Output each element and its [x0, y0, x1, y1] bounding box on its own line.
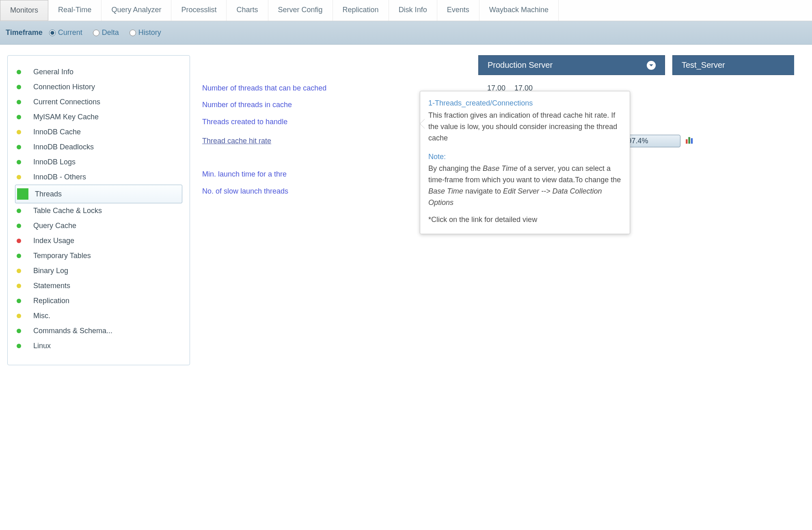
sidebar-item-misc-[interactable]: Misc.: [8, 308, 190, 323]
timeframe-option-label: Delta: [102, 28, 119, 37]
timeframe-bar: Timeframe CurrentDeltaHistory: [0, 21, 812, 45]
tooltip-footer: *Click on the link for detailed view: [428, 214, 622, 226]
server-header-label: Production Server: [488, 60, 553, 70]
metric-help-tooltip: 1-Threads_created/Connections This fract…: [420, 91, 630, 234]
bar-chart-icon[interactable]: [685, 136, 694, 146]
tooltip-body: This fraction gives an indication of thr…: [428, 110, 622, 144]
tooltip-note-label: Note:: [428, 151, 622, 163]
sidebar-item-label: InnoDB - Others: [33, 173, 86, 181]
sidebar-item-label: InnoDB Cache: [33, 128, 81, 136]
status-dot-icon: [17, 130, 21, 134]
tab-query-analyzer[interactable]: Query Analyzer: [102, 0, 171, 21]
tab-charts[interactable]: Charts: [227, 0, 268, 21]
sidebar-item-binary-log[interactable]: Binary Log: [8, 263, 190, 278]
timeframe-label: Timeframe: [6, 28, 43, 37]
sidebar-item-label: Commands & Schema...: [33, 327, 112, 335]
sidebar-item-label: Temporary Tables: [33, 252, 91, 260]
timeframe-option-history[interactable]: History: [130, 28, 161, 37]
sidebar-item-connection-history[interactable]: Connection History: [8, 80, 190, 95]
sidebar-item-query-cache[interactable]: Query Cache: [8, 218, 190, 233]
sidebar-item-label: General Info: [33, 68, 73, 76]
timeframe-option-label: History: [138, 28, 161, 37]
status-dot-icon: [17, 145, 21, 149]
timeframe-radio[interactable]: [93, 30, 99, 36]
server-header-label: Test_Server: [682, 60, 725, 70]
sidebar-item-general-info[interactable]: General Info: [8, 65, 190, 80]
sidebar-item-label: Threads: [35, 190, 62, 198]
sidebar-item-replication[interactable]: Replication: [8, 293, 190, 308]
sidebar-item-label: Replication: [33, 297, 69, 305]
sidebar-item-linux[interactable]: Linux: [8, 338, 190, 353]
status-dot-icon: [17, 329, 21, 333]
status-dot-icon: [17, 160, 21, 164]
tab-processlist[interactable]: Processlist: [171, 0, 227, 21]
svg-rect-11: [691, 138, 693, 144]
sidebar-item-label: InnoDB Logs: [33, 158, 76, 166]
sidebar-item-label: Linux: [33, 342, 51, 350]
server-header-test[interactable]: Test_Server: [672, 55, 794, 75]
status-dot-icon: [17, 254, 21, 258]
tooltip-note-body: By changing the Base Time of a server, y…: [428, 163, 622, 209]
timeframe-option-delta[interactable]: Delta: [93, 28, 119, 37]
sidebar-item-innodb-logs[interactable]: InnoDB Logs: [8, 155, 190, 170]
status-dot-icon: [17, 284, 21, 288]
tab-events[interactable]: Events: [437, 0, 479, 21]
timeframe-option-current[interactable]: Current: [49, 28, 82, 37]
tab-disk-info[interactable]: Disk Info: [389, 0, 437, 21]
status-dot-icon: [17, 239, 21, 243]
sidebar-item-label: MyISAM Key Cache: [33, 113, 99, 121]
status-dot-icon: [17, 100, 21, 104]
sidebar-item-table-cache-locks[interactable]: Table Cache & Locks: [8, 203, 190, 218]
timeframe-option-label: Current: [58, 28, 82, 37]
status-dot-icon: [17, 299, 21, 303]
tab-server-config[interactable]: Server Config: [268, 0, 333, 21]
sidebar-item-temporary-tables[interactable]: Temporary Tables: [8, 248, 190, 263]
sidebar-item-label: InnoDB Deadlocks: [33, 143, 94, 151]
timeframe-radio[interactable]: [130, 30, 136, 36]
main-tabs: MonitorsReal-TimeQuery AnalyzerProcessli…: [0, 0, 812, 21]
tab-wayback-machine[interactable]: Wayback Machine: [479, 0, 559, 21]
sidebar-item-label: Query Cache: [33, 222, 76, 230]
metric-category-sidebar: General InfoConnection HistoryCurrent Co…: [7, 55, 190, 365]
sidebar-item-innodb-cache[interactable]: InnoDB Cache: [8, 125, 190, 140]
sidebar-item-label: Binary Log: [33, 267, 68, 275]
timeframe-radio[interactable]: [49, 30, 56, 36]
status-dot-icon: [17, 209, 21, 213]
sidebar-item-threads[interactable]: Threads: [15, 185, 182, 203]
sidebar-item-innodb-deadlocks[interactable]: InnoDB Deadlocks: [8, 140, 190, 155]
tab-monitors[interactable]: Monitors: [0, 0, 48, 21]
sidebar-item-current-connections[interactable]: Current Connections: [8, 95, 190, 110]
sidebar-item-label: Misc.: [33, 312, 50, 320]
sidebar-item-innodb-others[interactable]: InnoDB - Others: [8, 170, 190, 185]
sidebar-item-myisam-key-cache[interactable]: MyISAM Key Cache: [8, 110, 190, 125]
sidebar-item-index-usage[interactable]: Index Usage: [8, 233, 190, 248]
tab-real-time[interactable]: Real-Time: [48, 0, 102, 21]
tab-replication[interactable]: Replication: [333, 0, 389, 21]
server-header-production[interactable]: Production Server: [478, 55, 665, 75]
svg-rect-9: [686, 139, 688, 144]
status-dot-icon: [17, 70, 21, 74]
sidebar-item-label: Table Cache & Locks: [33, 207, 102, 215]
metric-grid: Production Server Test_Server Number of …: [202, 55, 805, 365]
status-dot-icon: [17, 188, 28, 200]
sidebar-item-label: Statements: [33, 282, 70, 290]
status-dot-icon: [17, 314, 21, 318]
sidebar-item-label: Index Usage: [33, 237, 74, 245]
sidebar-item-commands-schema-[interactable]: Commands & Schema...: [8, 323, 190, 338]
status-dot-icon: [17, 344, 21, 348]
status-dot-icon: [17, 269, 21, 273]
sidebar-item-label: Connection History: [33, 83, 95, 91]
status-dot-icon: [17, 224, 21, 228]
chevron-down-icon[interactable]: [647, 61, 656, 70]
sidebar-item-label: Current Connections: [33, 98, 100, 106]
sidebar-item-statements[interactable]: Statements: [8, 278, 190, 293]
svg-rect-10: [688, 137, 690, 144]
status-dot-icon: [17, 175, 21, 179]
status-dot-icon: [17, 85, 21, 89]
status-dot-icon: [17, 115, 21, 119]
tooltip-title: 1-Threads_created/Connections: [428, 98, 622, 109]
